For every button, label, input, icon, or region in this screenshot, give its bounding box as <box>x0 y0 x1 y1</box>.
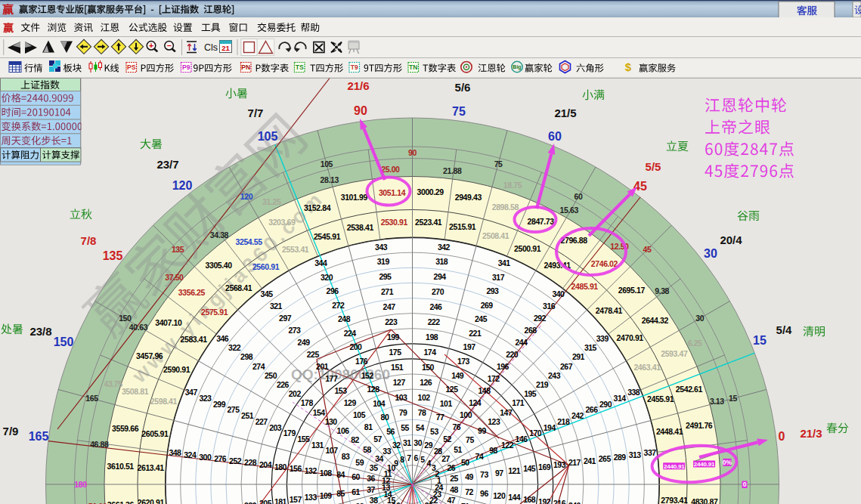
svg-text:2478.41: 2478.41 <box>596 306 623 315</box>
svg-text:2491.76: 2491.76 <box>686 421 713 430</box>
svg-text:97: 97 <box>495 468 503 478</box>
svg-text:27: 27 <box>441 454 450 463</box>
svg-text:243: 243 <box>548 371 561 380</box>
svg-text:37.50: 37.50 <box>165 273 184 282</box>
svg-text:21/6: 21/6 <box>347 79 369 92</box>
svg-text:2470.91: 2470.91 <box>617 333 644 342</box>
svg-text:82: 82 <box>351 435 359 444</box>
svg-text:2746.02: 2746.02 <box>591 259 618 268</box>
svg-text:18.75: 18.75 <box>503 181 522 190</box>
svg-text:132: 132 <box>305 466 317 475</box>
svg-text:79: 79 <box>399 408 407 417</box>
svg-text:135: 135 <box>103 249 123 262</box>
svg-text:273: 273 <box>288 326 301 335</box>
svg-text:172: 172 <box>488 374 500 383</box>
svg-text:318: 318 <box>435 257 448 266</box>
svg-text:220: 220 <box>506 350 519 359</box>
svg-text:3610.51: 3610.51 <box>107 462 135 471</box>
svg-text:107: 107 <box>325 446 338 455</box>
svg-text:80: 80 <box>381 413 389 422</box>
svg-text:T9: T9 <box>351 63 358 71</box>
svg-text:2898.58: 2898.58 <box>492 203 519 212</box>
svg-text:195: 195 <box>524 389 537 398</box>
svg-text:47: 47 <box>447 496 455 504</box>
svg-text:293: 293 <box>486 286 499 295</box>
svg-text:319: 319 <box>377 257 390 266</box>
svg-text:45: 45 <box>643 245 651 254</box>
svg-text:61: 61 <box>352 487 360 496</box>
svg-text:7/8: 7/8 <box>81 234 97 247</box>
svg-text:28: 28 <box>434 447 442 456</box>
svg-text:2440.91: 2440.91 <box>694 461 715 468</box>
svg-text:3407.10: 3407.10 <box>155 318 182 327</box>
svg-text:342: 342 <box>438 243 451 252</box>
svg-text:2793.41: 2793.41 <box>661 496 688 504</box>
svg-text:2553.41: 2553.41 <box>282 245 309 254</box>
svg-text:98: 98 <box>489 446 497 455</box>
svg-text:5/4: 5/4 <box>776 323 793 336</box>
svg-text:21.88: 21.88 <box>443 166 462 175</box>
svg-text:316: 316 <box>543 301 556 311</box>
svg-text:75: 75 <box>452 105 466 118</box>
svg-text:269: 269 <box>481 301 494 310</box>
svg-text:179: 179 <box>283 428 296 438</box>
svg-text:Cls: Cls <box>204 42 218 53</box>
svg-text:242: 242 <box>571 411 584 420</box>
svg-text:156: 156 <box>290 464 302 473</box>
svg-text:52: 52 <box>443 434 451 444</box>
svg-text:+: + <box>149 41 153 50</box>
svg-text:120: 120 <box>240 192 253 201</box>
svg-text:127: 127 <box>393 378 406 387</box>
svg-text:15: 15 <box>753 334 767 347</box>
svg-text:2542.61: 2542.61 <box>676 385 703 394</box>
svg-text:$: $ <box>625 60 632 73</box>
svg-text:3356.25: 3356.25 <box>178 288 206 297</box>
svg-text:37: 37 <box>367 485 375 494</box>
svg-text:217: 217 <box>568 458 581 467</box>
svg-text:347: 347 <box>185 388 198 397</box>
svg-text:101: 101 <box>440 399 453 408</box>
svg-text:15.63: 15.63 <box>560 206 579 215</box>
svg-text:204: 204 <box>259 460 272 469</box>
svg-text:120: 120 <box>172 179 193 192</box>
svg-text:51: 51 <box>454 445 462 454</box>
svg-text:99: 99 <box>478 426 486 435</box>
svg-text:2515.91: 2515.91 <box>449 222 476 231</box>
svg-text:43.75: 43.75 <box>104 379 122 388</box>
svg-text:2560.91: 2560.91 <box>252 262 280 271</box>
svg-text:348: 348 <box>169 448 181 457</box>
svg-text:121: 121 <box>508 466 521 475</box>
svg-text:2575.91: 2575.91 <box>201 308 228 317</box>
svg-text:271: 271 <box>381 287 394 296</box>
svg-text:106: 106 <box>337 426 350 435</box>
svg-text:2644.32: 2644.32 <box>642 316 669 325</box>
svg-text:244: 244 <box>515 338 528 347</box>
svg-text:274: 274 <box>252 362 265 371</box>
svg-text:194: 194 <box>544 423 556 432</box>
svg-text:90: 90 <box>354 104 367 117</box>
svg-text:203: 203 <box>269 423 282 432</box>
svg-text:246: 246 <box>429 302 442 311</box>
svg-text:104: 104 <box>373 399 386 408</box>
svg-text:216: 216 <box>553 499 566 504</box>
svg-text:3661.36: 3661.36 <box>107 500 135 504</box>
svg-text:247: 247 <box>383 302 396 311</box>
svg-text:29: 29 <box>424 441 432 450</box>
svg-text:2530.91: 2530.91 <box>381 218 408 227</box>
svg-text:2448.41: 2448.41 <box>656 427 683 436</box>
svg-text:2695.17: 2695.17 <box>618 286 646 295</box>
svg-text:30: 30 <box>704 247 717 260</box>
svg-text:175: 175 <box>389 348 401 357</box>
svg-text:102: 102 <box>418 393 431 402</box>
svg-text:153: 153 <box>334 386 347 395</box>
svg-text:300: 300 <box>199 453 212 462</box>
svg-text:26: 26 <box>447 463 455 472</box>
svg-text:2583.41: 2583.41 <box>181 335 208 344</box>
svg-text:3559.66: 3559.66 <box>112 424 139 433</box>
svg-text:2590.91: 2590.91 <box>163 365 190 374</box>
svg-text:149: 149 <box>451 371 464 380</box>
svg-text:105: 105 <box>353 410 366 419</box>
svg-text:2508.41: 2508.41 <box>482 231 509 240</box>
svg-text:31: 31 <box>403 438 411 447</box>
svg-text:84: 84 <box>336 470 345 479</box>
